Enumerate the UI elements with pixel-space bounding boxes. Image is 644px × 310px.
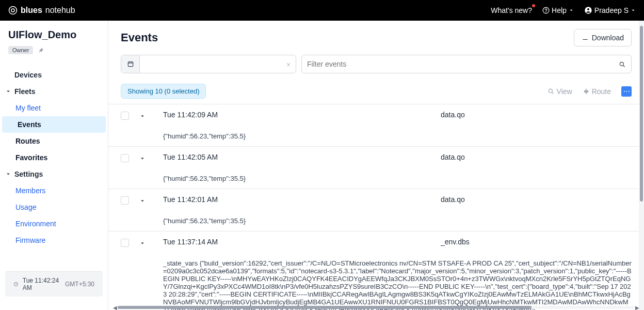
chevron-down-icon: [5, 171, 11, 177]
svg-point-1: [11, 9, 14, 12]
nav-firmware[interactable]: Firmware: [0, 232, 108, 249]
svg-point-8: [620, 62, 623, 66]
view-button[interactable]: View: [548, 87, 572, 96]
help-label: Help: [552, 6, 567, 14]
more-button[interactable]: ⋯: [621, 86, 632, 97]
event-time: Tue 11:42:01 AM: [163, 195, 432, 204]
help-icon: [542, 7, 550, 14]
event-checkbox[interactable]: [121, 112, 129, 120]
nav-fleets[interactable]: Fleets: [0, 83, 108, 100]
sidebar: UIFlow_Demo Owner Devices Fleets My flee…: [0, 21, 108, 310]
nav-settings[interactable]: Settings: [0, 166, 108, 182]
whats-new-link[interactable]: What's new?: [491, 6, 532, 14]
event-payload: _state_vars {"build_version":16292,"cert…: [163, 259, 632, 310]
expand-chevron-icon[interactable]: [139, 154, 155, 162]
download-button[interactable]: Download: [574, 29, 632, 47]
nav-label: Members: [15, 187, 45, 195]
svg-point-5: [587, 8, 589, 10]
nav-environment[interactable]: Environment: [0, 215, 108, 232]
nav-usage[interactable]: Usage: [0, 199, 108, 215]
footer-time: Tue 11:42:24 AM: [23, 277, 61, 291]
nav-label: Settings: [14, 170, 43, 178]
nav-devices[interactable]: Devices: [0, 67, 108, 83]
event-checkbox[interactable]: [121, 154, 129, 162]
logo-icon: [8, 6, 18, 15]
user-label: Pradeep S: [594, 6, 629, 14]
scroll-left-icon[interactable]: ◀: [112, 305, 118, 311]
event-time: Tue 11:42:05 AM: [163, 153, 432, 161]
date-filter[interactable]: [121, 55, 296, 73]
clear-date-icon[interactable]: [285, 60, 292, 68]
download-icon: [582, 34, 589, 41]
ellipsis-icon: ⋯: [623, 87, 630, 95]
event-file: _env.dbs: [441, 238, 632, 246]
pin-icon[interactable]: [37, 46, 44, 54]
svg-point-9: [549, 89, 552, 92]
notification-dot-icon: [532, 4, 535, 7]
chevron-down-icon: [569, 8, 574, 13]
filter-events-input[interactable]: [301, 55, 632, 73]
download-label: Download: [592, 34, 624, 42]
clock-icon: [13, 281, 19, 287]
event-row: Tue 11:42:01 AM data.qo {"humid":56.23,"…: [108, 189, 644, 231]
event-file: data.qo: [441, 153, 632, 161]
whats-new-label: What's new?: [491, 6, 532, 14]
nav-label: Events: [18, 120, 41, 129]
page-title: Events: [121, 31, 158, 44]
svg-point-0: [9, 7, 17, 14]
event-time: Tue 11:42:09 AM: [163, 111, 432, 119]
event-time: Tue 11:37:14 AM: [163, 238, 432, 246]
svg-point-3: [546, 12, 546, 12]
event-checkbox[interactable]: [121, 239, 129, 247]
chevron-down-icon: [5, 88, 11, 95]
expand-chevron-icon[interactable]: [139, 112, 155, 120]
nav-label: Devices: [14, 71, 42, 79]
logo-text-bold: blues: [21, 6, 42, 15]
route-button[interactable]: Route: [583, 87, 611, 96]
content: Events Download Sho: [108, 21, 644, 310]
search-icon[interactable]: [619, 60, 626, 68]
calendar-icon[interactable]: [121, 55, 140, 73]
nav-label: Firmware: [15, 236, 45, 244]
events-list[interactable]: Tue 11:42:09 AM data.qo {"humid":56.23,"…: [108, 104, 644, 310]
time-footer: Tue 11:42:24 AM GMT+5:30: [5, 271, 103, 297]
owner-badge: Owner: [8, 46, 33, 54]
nav-routes[interactable]: Routes: [0, 133, 108, 149]
nav-events[interactable]: Events: [2, 116, 106, 133]
logo[interactable]: bluesnotehub: [8, 6, 75, 15]
route-label: Route: [592, 87, 611, 96]
event-payload: {"humid":56.23,"temp":35.5}: [163, 175, 632, 182]
horizontal-scrollbar[interactable]: ◀ ▶: [108, 305, 644, 310]
project-title: UIFlow_Demo: [0, 29, 108, 46]
view-label: View: [557, 87, 572, 96]
event-checkbox[interactable]: [121, 196, 129, 205]
user-menu[interactable]: Pradeep S: [584, 6, 636, 14]
expand-chevron-icon[interactable]: [139, 239, 155, 247]
filter-events-field[interactable]: [307, 60, 619, 68]
nav-label: Usage: [15, 203, 36, 211]
scroll-right-icon[interactable]: ▶: [635, 305, 640, 311]
vertical-scrollbar[interactable]: [639, 21, 644, 310]
route-icon: [583, 88, 590, 95]
event-row: Tue 11:42:05 AM data.qo {"humid":56.23,"…: [108, 147, 644, 189]
event-file: data.qo: [441, 195, 632, 204]
nav-my-fleet[interactable]: My fleet: [0, 100, 108, 116]
nav-label: Environment: [15, 220, 56, 228]
nav-label: Routes: [15, 137, 40, 145]
help-menu[interactable]: Help: [542, 6, 574, 14]
user-icon: [584, 6, 592, 14]
nav-favorites[interactable]: Favorites: [0, 149, 108, 166]
logo-text-light: notehub: [45, 6, 75, 15]
search-icon: [548, 88, 555, 95]
nav-label: Fleets: [14, 87, 35, 96]
chevron-down-icon: [631, 8, 636, 13]
event-payload: {"humid":56.23,"temp":35.5}: [163, 217, 632, 225]
expand-chevron-icon[interactable]: [139, 196, 155, 205]
nav-label: Favorites: [15, 153, 47, 162]
event-payload: {"humid":56.23,"temp":35.5}: [163, 132, 632, 140]
topbar: bluesnotehub What's new? Help Pradeep S: [0, 0, 644, 21]
event-row: Tue 11:37:14 AM _env.dbs _state_vars {"b…: [108, 231, 644, 310]
nav-members[interactable]: Members: [0, 182, 108, 199]
svg-rect-7: [128, 62, 133, 67]
showing-badge: Showing 10 (0 selected): [121, 84, 206, 99]
